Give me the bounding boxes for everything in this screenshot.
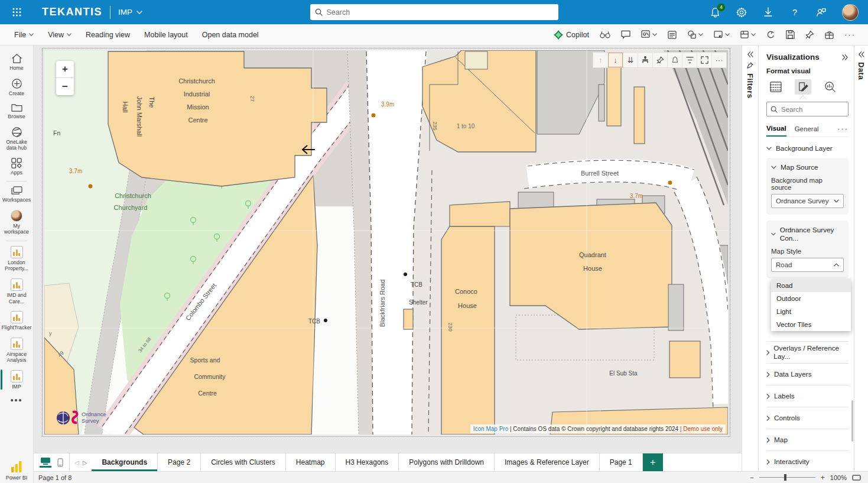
new-page-layout-icon[interactable] (736, 28, 760, 42)
sidebar-report-imp-active[interactable]: IMP (0, 367, 34, 394)
os-map[interactable]: Christchurch Industrial Mission Centre T… (44, 50, 728, 435)
drill-down-icon[interactable]: ↓ (608, 53, 623, 67)
sidebar-item-workspaces[interactable]: Workspaces (0, 183, 34, 207)
sidebar-item-my-workspace[interactable]: My workspace (0, 207, 34, 239)
page-view-icon[interactable] (710, 28, 734, 42)
user-avatar[interactable] (842, 4, 859, 21)
pin-icon[interactable] (801, 27, 818, 42)
data-pane-label[interactable]: Data (857, 62, 866, 80)
expand-filters-icon[interactable] (747, 51, 753, 57)
section-map[interactable]: Map (766, 429, 849, 450)
page-tab-images-reference[interactable]: Images & Reference Layer (495, 453, 600, 471)
map-zoom-in-button[interactable]: + (56, 61, 74, 78)
page-tab-circles-clusters[interactable]: Circles with Clusters (201, 453, 286, 471)
page-tab-polygons-drilldown[interactable]: Polygons with Drilldown (399, 453, 495, 471)
page-tab-h3-hexagons[interactable]: H3 Hexagons (336, 453, 399, 471)
background-map-source-select[interactable]: Ordnance Survey (771, 194, 844, 208)
settings-gear-icon[interactable] (736, 7, 747, 18)
comment-icon[interactable] (617, 27, 635, 42)
zoom-out-icon[interactable]: − (750, 474, 754, 482)
sidebar-report-airspace[interactable]: Airspace Analysis (0, 335, 34, 367)
format-search-input[interactable] (781, 106, 840, 113)
sidebar-item-home[interactable]: Home (0, 50, 34, 75)
optimize-icon[interactable] (821, 28, 838, 42)
prev-page-chevron-icon[interactable]: ◁ (74, 459, 79, 466)
feedback-icon[interactable] (815, 7, 827, 18)
filter-icon[interactable] (682, 53, 697, 67)
map-zoom-out-button[interactable]: − (56, 78, 74, 95)
text-box-icon[interactable] (664, 28, 681, 42)
alert-bell-icon[interactable] (667, 53, 682, 67)
page-tab-page2[interactable]: Page 2 (158, 453, 201, 471)
icon-map-pro-link[interactable]: Icon Map Pro (473, 426, 508, 432)
workspace-switcher[interactable]: IMP (118, 8, 142, 17)
help-icon[interactable]: ? (789, 7, 801, 18)
expand-all-icon[interactable] (638, 53, 652, 67)
build-visual-icon[interactable] (768, 79, 784, 95)
shapes-icon[interactable] (683, 27, 707, 42)
save-icon[interactable] (782, 27, 799, 42)
dropdown-option-road[interactable]: Road (771, 279, 851, 292)
page-tab-heatmap[interactable]: Heatmap (286, 453, 336, 471)
visual-interactions-icon[interactable] (637, 27, 661, 42)
web-view-icon[interactable] (40, 457, 51, 468)
section-overlays[interactable]: Overlays / Reference Lay... (766, 341, 849, 363)
tabs-more-icon[interactable]: ··· (837, 124, 849, 137)
download-icon[interactable] (762, 7, 774, 18)
sidebar-report-imd-care[interactable]: IMD and Care... (0, 275, 34, 308)
zoom-slider[interactable] (759, 477, 815, 478)
page-tab-backgrounds[interactable]: Backgrounds (92, 453, 158, 471)
more-options-icon[interactable]: ··· (711, 53, 726, 67)
new-page-button[interactable]: ＋ (643, 453, 663, 471)
map-style-select[interactable]: Road (771, 258, 844, 272)
sidebar-item-onelake[interactable]: OneLake data hub (0, 124, 34, 155)
section-controls[interactable]: Controls (766, 407, 849, 429)
section-interactivity[interactable]: Interactivity (766, 450, 849, 471)
next-page-chevron-icon[interactable]: ▷ (83, 459, 87, 466)
sidebar-item-browse[interactable]: Browse (0, 100, 34, 124)
expand-data-icon[interactable] (858, 51, 864, 57)
view-menu[interactable]: View (42, 28, 77, 42)
reading-view-button[interactable]: Reading view (80, 28, 136, 42)
sidebar-more-icon[interactable]: ••• (11, 393, 23, 407)
map-source-header[interactable]: Map Source (771, 163, 844, 171)
pane-scrollbar[interactable] (851, 400, 853, 442)
section-data-layers[interactable]: Data Layers (766, 363, 849, 385)
section-background-layer[interactable]: Background Layer (766, 137, 849, 158)
page-tab-page1[interactable]: Page 1 (600, 453, 643, 471)
mobile-layout-button[interactable]: Mobile layout (138, 28, 194, 42)
fit-to-page-icon[interactable] (852, 475, 861, 481)
waffle-menu-icon[interactable] (0, 8, 34, 17)
refresh-icon[interactable] (762, 27, 779, 42)
section-labels[interactable]: Labels (766, 385, 849, 407)
pin-visual-icon[interactable] (652, 53, 667, 67)
dropdown-option-light[interactable]: Light (771, 305, 851, 318)
format-search-box[interactable] (766, 102, 849, 116)
more-options-icon[interactable]: ··· (840, 27, 860, 42)
sidebar-item-create[interactable]: Create (0, 75, 34, 101)
spotlight-binoculars-icon[interactable] (596, 28, 615, 42)
analytics-icon[interactable] (822, 79, 838, 95)
map-visual-container[interactable]: Christchurch Industrial Mission Centre T… (44, 50, 728, 435)
search-input[interactable] (327, 8, 554, 17)
tab-general[interactable]: General (795, 125, 819, 136)
dropdown-option-outdoor[interactable]: Outdoor (771, 292, 851, 305)
os-configuration-header[interactable]: Ordnance Survey Con... (771, 226, 844, 242)
filters-pane-label[interactable]: Filters (746, 73, 755, 99)
dropdown-option-vector-tiles[interactable]: Vector Tiles (771, 318, 851, 331)
pin-pane-icon[interactable] (747, 62, 753, 69)
format-visual-icon[interactable] (795, 79, 811, 95)
file-menu[interactable]: File (8, 28, 40, 42)
collapse-pane-icon[interactable] (842, 54, 849, 60)
mobile-view-icon[interactable] (57, 458, 63, 467)
focus-mode-icon[interactable] (697, 53, 711, 67)
sidebar-report-flighttracker[interactable]: FlightTracker (0, 308, 34, 335)
zoom-in-icon[interactable]: + (821, 474, 825, 482)
copilot-button[interactable]: Copilot (550, 27, 593, 43)
sidebar-report-london-property[interactable]: London Property... (0, 243, 34, 275)
open-data-model-button[interactable]: Open data model (196, 28, 265, 42)
notifications-bell-icon[interactable]: 4 (709, 7, 721, 18)
zoom-slider-thumb[interactable] (784, 474, 786, 481)
global-search[interactable] (310, 4, 558, 20)
tab-visual[interactable]: Visual (766, 125, 786, 137)
